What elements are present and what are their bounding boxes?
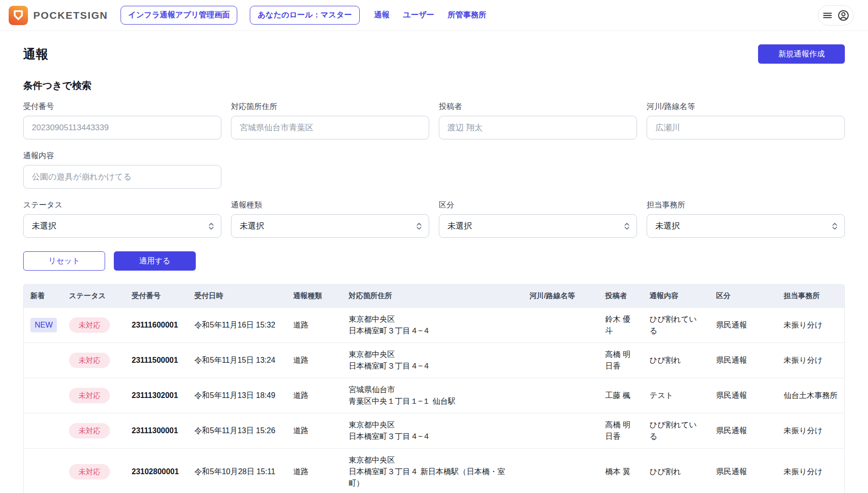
reports-table: 新着 ステータス 受付番号 受付日時 通報種類 対応箇所住所 河川/路線名等 投… xyxy=(23,284,845,493)
col-content: 通報内容 xyxy=(643,285,709,308)
cell-office: 未振り分け xyxy=(777,308,844,343)
status-select-value: 未選択 xyxy=(32,220,56,232)
chevron-updown-icon xyxy=(208,221,215,231)
cell-datetime: 令和5年11月15日 13:24 xyxy=(188,343,286,378)
poster-input[interactable] xyxy=(439,116,637,139)
table-row[interactable]: 未対応 23111302001 令和5年11月13日 18:49 道路 宮城県仙… xyxy=(24,378,844,413)
nav-item-reports[interactable]: 通報 xyxy=(374,10,390,20)
field-receipt-no: 受付番号 xyxy=(23,102,221,139)
cell-content: ひび割れている xyxy=(643,413,709,449)
table-row[interactable]: 未対応 23111300001 令和5年11月13日 15:26 道路 東京都中… xyxy=(24,413,844,449)
office-select-value: 未選択 xyxy=(655,220,680,232)
account-menu-button[interactable] xyxy=(818,5,854,26)
cell-content: ひび割れている xyxy=(643,308,709,343)
table-row[interactable]: NEW 未対応 23111600001 令和5年11月16日 15:32 道路 … xyxy=(24,308,844,343)
office-select[interactable]: 未選択 xyxy=(647,214,845,238)
field-report-type-label: 通報種類 xyxy=(231,200,429,210)
cell-datetime: 令和5年11月13日 18:49 xyxy=(188,378,286,413)
cell-poster: 橋本 翼 xyxy=(598,449,643,493)
brand-logo[interactable]: POCKETSIGN xyxy=(9,6,108,25)
cell-status: 未対応 xyxy=(62,378,125,413)
cell-river xyxy=(523,308,598,343)
reset-button[interactable]: リセット xyxy=(23,251,105,271)
cell-category: 県民通報 xyxy=(709,378,777,413)
category-select[interactable]: 未選択 xyxy=(439,214,637,238)
field-office: 担当事務所 未選択 xyxy=(647,200,845,238)
cell-office: 未振り分け xyxy=(777,413,844,449)
cell-datetime: 令和5年11月13日 15:26 xyxy=(188,413,286,449)
field-receipt-no-label: 受付番号 xyxy=(23,102,221,112)
col-address: 対応箇所住所 xyxy=(342,285,523,308)
field-poster: 投稿者 xyxy=(439,102,637,139)
field-address-label: 対応箇所住所 xyxy=(231,102,429,112)
status-badge: 未対応 xyxy=(69,317,110,333)
field-river-label: 河川/路線名等 xyxy=(647,102,845,112)
cell-content: ひび割れ xyxy=(643,449,709,493)
app-title-badge: インフラ通報アプリ管理画面 xyxy=(121,6,238,25)
brand-name: POCKETSIGN xyxy=(33,10,108,21)
col-type: 通報種類 xyxy=(286,285,342,308)
cell-content: テスト xyxy=(643,378,709,413)
cell-office: 仙台土木事務所 xyxy=(777,378,844,413)
cell-office: 未振り分け xyxy=(777,449,844,493)
col-office: 担当事務所 xyxy=(777,285,844,308)
cell-poster: 工藤 楓 xyxy=(598,378,643,413)
receipt-no-input[interactable] xyxy=(23,116,221,139)
cell-category: 県民通報 xyxy=(709,449,777,493)
chevron-updown-icon xyxy=(831,221,838,231)
cell-address: 東京都中央区 日本橋室町３丁目４ 新日本橋駅（日本橋・室町） xyxy=(342,449,523,493)
cell-receipt-no: 23111300001 xyxy=(125,413,188,449)
status-badge: 未対応 xyxy=(69,353,110,368)
chevron-updown-icon xyxy=(624,221,630,231)
field-status: ステータス 未選択 xyxy=(23,200,221,238)
cell-new xyxy=(24,413,62,449)
table-row[interactable]: 未対応 23102800001 令和5年10月28日 15:11 道路 東京都中… xyxy=(24,449,844,493)
field-content-label: 通報内容 xyxy=(23,151,221,161)
cell-river xyxy=(523,343,598,378)
cell-poster: 鈴木 優斗 xyxy=(598,308,643,343)
address-input[interactable] xyxy=(231,116,429,139)
col-river: 河川/路線名等 xyxy=(523,285,598,308)
top-bar: POCKETSIGN インフラ通報アプリ管理画面 あなたのロール：マスター 通報… xyxy=(0,0,868,31)
cell-new xyxy=(24,343,62,378)
report-type-select-value: 未選択 xyxy=(240,220,264,232)
cell-type: 道路 xyxy=(286,378,342,413)
cell-poster: 高橋 明日香 xyxy=(598,343,643,378)
search-filter-form: 受付番号 対応箇所住所 投稿者 河川/路線名等 通報内容 ステータス 未選択 xyxy=(23,102,845,238)
create-report-button[interactable]: 新規通報作成 xyxy=(758,44,845,64)
field-status-label: ステータス xyxy=(23,200,221,210)
cell-river xyxy=(523,413,598,449)
hamburger-icon xyxy=(822,10,833,21)
role-badge: あなたのロール：マスター xyxy=(250,6,359,25)
table-row[interactable]: 未対応 23111500001 令和5年11月15日 13:24 道路 東京都中… xyxy=(24,343,844,378)
cell-poster: 高橋 明日香 xyxy=(598,413,643,449)
status-badge: 未対応 xyxy=(69,464,110,479)
report-type-select[interactable]: 未選択 xyxy=(231,214,429,238)
col-receipt-no: 受付番号 xyxy=(125,285,188,308)
content-input[interactable] xyxy=(23,165,221,189)
cell-status: 未対応 xyxy=(62,343,125,378)
river-input[interactable] xyxy=(647,116,845,139)
cell-category: 県民通報 xyxy=(709,343,777,378)
field-report-type: 通報種類 未選択 xyxy=(231,200,429,238)
field-poster-label: 投稿者 xyxy=(439,102,637,112)
cell-status: 未対応 xyxy=(62,449,125,493)
search-heading: 条件つきで検索 xyxy=(23,79,845,92)
apply-button[interactable]: 適用する xyxy=(114,251,196,271)
col-poster: 投稿者 xyxy=(598,285,643,308)
col-category: 区分 xyxy=(709,285,777,308)
col-new: 新着 xyxy=(24,285,62,308)
nav-item-offices[interactable]: 所管事務所 xyxy=(448,10,487,20)
status-badge: 未対応 xyxy=(69,388,110,403)
status-select[interactable]: 未選択 xyxy=(23,214,221,238)
field-category: 区分 未選択 xyxy=(439,200,637,238)
cell-category: 県民通報 xyxy=(709,308,777,343)
cell-content: ひび割れ xyxy=(643,343,709,378)
category-select-value: 未選択 xyxy=(448,220,472,232)
col-datetime: 受付日時 xyxy=(188,285,286,308)
cell-receipt-no: 23111302001 xyxy=(125,378,188,413)
cell-new xyxy=(24,449,62,493)
chevron-updown-icon xyxy=(416,221,422,231)
field-content: 通報内容 xyxy=(23,151,221,189)
nav-item-users[interactable]: ユーザー xyxy=(403,10,434,20)
